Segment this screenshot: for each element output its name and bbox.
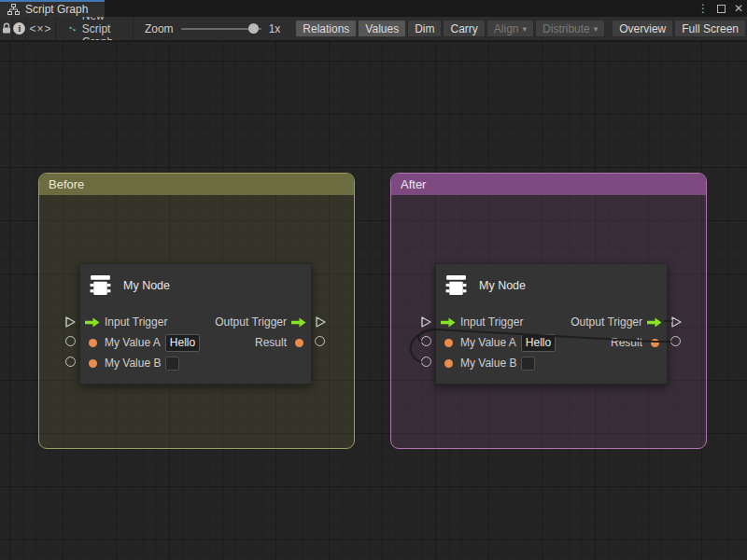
- script-graph-window: Script Graph ⋮ ✕ i <×>: [0, 0, 747, 560]
- node-header: My Node: [444, 273, 526, 298]
- port-my-value-a[interactable]: My Value A Hello: [441, 333, 556, 352]
- graph-wire-icon: [69, 22, 76, 35]
- value-output-port[interactable]: [670, 336, 681, 346]
- maximize-icon[interactable]: [717, 5, 726, 13]
- value-dot-icon: [85, 339, 100, 347]
- values-button[interactable]: Values: [358, 20, 406, 37]
- control-output-port[interactable]: [669, 315, 683, 332]
- toolbar-buttons: Relations Values Dim Carry Align ▾ Distr…: [289, 17, 747, 40]
- graph-canvas[interactable]: Before After: [0, 42, 747, 560]
- node-title: My Node: [123, 279, 170, 292]
- trigger-arrow-icon: [85, 317, 100, 328]
- graph-toolbar: i <×> New Script Graph Zoom 1x Relations: [0, 17, 747, 41]
- overflow-menu-icon[interactable]: ⋮: [698, 3, 709, 14]
- trigger-arrow-icon: [441, 317, 456, 328]
- value-a-input[interactable]: Hello: [521, 334, 556, 352]
- value-a-input[interactable]: Hello: [165, 334, 200, 352]
- tab-script-graph[interactable]: Script Graph: [0, 0, 105, 17]
- port-my-value-a[interactable]: My Value A Hello: [85, 333, 200, 352]
- tab-bar: Script Graph ⋮ ✕: [0, 0, 747, 17]
- window-controls: ⋮ ✕: [698, 0, 743, 17]
- carry-button[interactable]: Carry: [443, 20, 485, 37]
- zoom-slider-handle[interactable]: [248, 23, 259, 34]
- node-title: My Node: [479, 279, 526, 292]
- info-icon: i: [13, 22, 25, 35]
- value-input-port[interactable]: [65, 336, 76, 346]
- hollow-triangle-icon: [63, 315, 77, 329]
- lock-icon: [1, 22, 12, 35]
- value-dot-icon: [85, 359, 100, 368]
- node-my-node-after[interactable]: My Node Input Trigger Output Trigger My …: [435, 263, 668, 385]
- port-result[interactable]: Result: [606, 333, 662, 352]
- value-input-port[interactable]: [421, 357, 431, 367]
- port-my-value-b[interactable]: My Value B: [85, 354, 179, 372]
- group-after-header[interactable]: After: [391, 174, 706, 195]
- port-result[interactable]: Result: [250, 333, 306, 352]
- distribute-button[interactable]: Distribute ▾: [535, 20, 605, 37]
- chevron-down-icon: ▾: [594, 24, 599, 34]
- port-input-trigger[interactable]: Input Trigger: [85, 313, 172, 331]
- value-dot-icon: [647, 339, 662, 347]
- lock-button[interactable]: [0, 17, 12, 40]
- port-output-trigger[interactable]: Output Trigger: [210, 313, 306, 331]
- unit-node-icon: [88, 273, 113, 298]
- chevron-down-icon: ▾: [523, 24, 528, 34]
- port-output-trigger[interactable]: Output Trigger: [566, 313, 662, 331]
- zoom-control: Zoom 1x: [134, 22, 289, 35]
- info-button[interactable]: i: [13, 17, 25, 40]
- close-icon[interactable]: ✕: [734, 3, 743, 14]
- align-button[interactable]: Align ▾: [486, 20, 534, 37]
- control-input-port[interactable]: [419, 315, 432, 332]
- node-header: My Node: [88, 273, 170, 298]
- trigger-arrow-icon: [291, 317, 306, 328]
- value-output-port[interactable]: [315, 336, 325, 346]
- unit-node-icon: [444, 273, 469, 298]
- port-my-value-b[interactable]: My Value B: [441, 354, 535, 372]
- overview-button[interactable]: Overview: [612, 20, 673, 37]
- value-b-checkbox[interactable]: [521, 357, 535, 371]
- trigger-arrow-icon: [647, 317, 662, 328]
- code-toggle-icon: <×>: [29, 22, 51, 35]
- value-input-port[interactable]: [421, 336, 431, 346]
- tab-title: Script Graph: [25, 3, 88, 16]
- port-input-trigger[interactable]: Input Trigger: [441, 313, 528, 331]
- dim-button[interactable]: Dim: [407, 20, 442, 37]
- relations-button[interactable]: Relations: [295, 20, 357, 37]
- value-dot-icon: [441, 339, 456, 347]
- value-input-port[interactable]: [65, 357, 76, 367]
- value-dot-icon: [291, 339, 306, 347]
- value-b-checkbox[interactable]: [165, 357, 179, 371]
- zoom-label: Zoom: [145, 22, 174, 35]
- control-input-port[interactable]: [63, 315, 77, 332]
- zoom-slider[interactable]: [181, 28, 261, 30]
- hollow-triangle-icon: [669, 315, 683, 329]
- control-output-port[interactable]: [314, 315, 327, 332]
- hollow-triangle-icon: [419, 315, 432, 329]
- value-dot-icon: [441, 359, 456, 368]
- group-before-header[interactable]: Before: [39, 174, 354, 195]
- graph-name-label: New Script Graph: [56, 17, 133, 41]
- zoom-value: 1x: [269, 22, 281, 35]
- graph-name-text: New Script Graph: [82, 17, 121, 41]
- code-toggle-button[interactable]: <×>: [26, 17, 54, 40]
- full-screen-button[interactable]: Full Screen: [674, 20, 746, 37]
- hierarchy-icon: [7, 4, 20, 15]
- node-my-node-before[interactable]: My Node Input Trigger Output Trigger My …: [79, 263, 312, 385]
- hollow-triangle-icon: [314, 315, 327, 329]
